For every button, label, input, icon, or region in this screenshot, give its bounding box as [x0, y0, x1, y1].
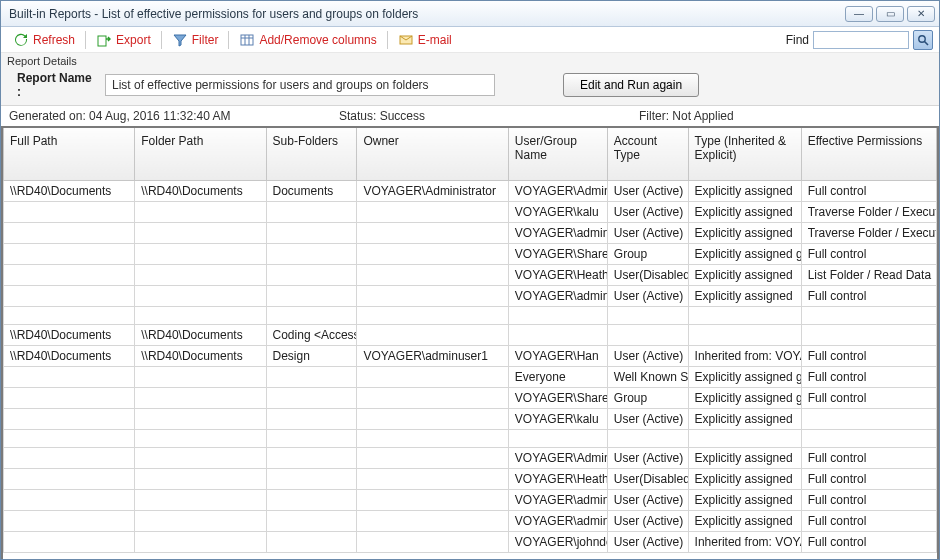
table-cell: [688, 307, 801, 325]
columns-label: Add/Remove columns: [259, 33, 376, 47]
table-cell: [135, 409, 266, 430]
table-row[interactable]: VOYAGER\johndoeUser (Active)Inherited fr…: [4, 532, 937, 553]
export-label: Export: [116, 33, 151, 47]
edit-run-button[interactable]: Edit and Run again: [563, 73, 699, 97]
table-cell: [135, 367, 266, 388]
table-cell: [266, 469, 357, 490]
report-details-header: Report Details: [7, 55, 933, 67]
table-row[interactable]: VOYAGER\adminusUser (Active)Explicitly a…: [4, 511, 937, 532]
table-cell: [266, 511, 357, 532]
table-cell: [688, 325, 801, 346]
table-cell: User (Active): [607, 181, 688, 202]
table-row[interactable]: VOYAGER\kaluUser (Active)Explicitly assi…: [4, 409, 937, 430]
filter-label: Filter: [192, 33, 219, 47]
table-cell: [357, 223, 508, 244]
table-cell: Group: [607, 388, 688, 409]
table-cell: User (Active): [607, 511, 688, 532]
table-cell: [357, 430, 508, 448]
table-row[interactable]: \\RD40\Documents\\RD40\DocumentsCoding <…: [4, 325, 937, 346]
column-header[interactable]: Folder Path: [135, 128, 266, 181]
table-cell: \\RD40\Documents: [135, 181, 266, 202]
table-row[interactable]: VOYAGER\adminusUser (Active)Explicitly a…: [4, 286, 937, 307]
filter-button[interactable]: Filter: [166, 30, 225, 50]
table-cell: Inherited from: VOYAGER\: [688, 346, 801, 367]
columns-button[interactable]: Add/Remove columns: [233, 30, 382, 50]
report-name-field[interactable]: List of effective permissions for users …: [105, 74, 495, 96]
table-row[interactable]: VOYAGER\kaluUser (Active)Explicitly assi…: [4, 202, 937, 223]
table-row[interactable]: \\RD40\Documents\\RD40\DocumentsDesignVO…: [4, 346, 937, 367]
export-button[interactable]: Export: [90, 30, 157, 50]
table-row[interactable]: \\RD40\Documents\\RD40\DocumentsDocument…: [4, 181, 937, 202]
email-icon: [398, 32, 414, 48]
separator: [161, 31, 162, 49]
column-header[interactable]: Sub-Folders: [266, 128, 357, 181]
table-row[interactable]: [4, 307, 937, 325]
table-cell: Explicitly assigned: [688, 469, 801, 490]
table-cell: Explicitly assigned group: [688, 367, 801, 388]
column-header[interactable]: Owner: [357, 128, 508, 181]
table-cell: VOYAGER\adminus: [508, 286, 607, 307]
table-cell: [4, 244, 135, 265]
table-cell: [357, 244, 508, 265]
title-bar: Built-in Reports - List of effective per…: [1, 1, 939, 27]
table-row[interactable]: VOYAGER\SharePoGroupExplicitly assigned …: [4, 388, 937, 409]
table-cell: [266, 388, 357, 409]
table-row[interactable]: VOYAGER\HeathUser(Disabled)Explicitly as…: [4, 469, 937, 490]
table-row[interactable]: VOYAGER\SharePoGroupExplicitly assigned …: [4, 244, 937, 265]
table-cell: Explicitly assigned: [688, 202, 801, 223]
table-row[interactable]: VOYAGER\HeathUser(Disabled)Explicitly as…: [4, 265, 937, 286]
table-cell: [607, 430, 688, 448]
table-cell: [266, 409, 357, 430]
find-go-button[interactable]: [913, 30, 933, 50]
table-cell: \\RD40\Documents: [4, 325, 135, 346]
table-cell: Traverse Folder / Execute File: [801, 202, 936, 223]
table-cell: VOYAGER\kalu: [508, 202, 607, 223]
column-header[interactable]: Type (Inherited & Explicit): [688, 128, 801, 181]
table-cell: [135, 532, 266, 553]
grid-scroll-area[interactable]: Full PathFolder PathSub-FoldersOwnerUser…: [1, 128, 939, 560]
email-button[interactable]: E-mail: [392, 30, 458, 50]
find-label: Find: [786, 33, 809, 47]
export-icon: [96, 32, 112, 48]
report-details: Report Details Report Name : List of eff…: [1, 53, 939, 106]
table-row[interactable]: VOYAGER\AdministUser (Active)Explicitly …: [4, 448, 937, 469]
refresh-label: Refresh: [33, 33, 75, 47]
table-cell: [266, 532, 357, 553]
table-row[interactable]: [4, 430, 937, 448]
table-cell: Explicitly assigned: [688, 490, 801, 511]
generated-on: Generated on: 04 Aug, 2016 11:32:40 AM: [9, 109, 339, 123]
table-row[interactable]: EveryoneWell Known SidExplicitly assigne…: [4, 367, 937, 388]
table-cell: Explicitly assigned: [688, 181, 801, 202]
refresh-button[interactable]: Refresh: [7, 30, 81, 50]
column-header[interactable]: Full Path: [4, 128, 135, 181]
maximize-button[interactable]: ▭: [876, 6, 904, 22]
table-cell: [135, 430, 266, 448]
table-cell: [4, 511, 135, 532]
table-cell: [266, 307, 357, 325]
table-cell: [135, 244, 266, 265]
svg-rect-1: [241, 35, 253, 45]
window-title: Built-in Reports - List of effective per…: [9, 7, 845, 21]
minimize-button[interactable]: —: [845, 6, 873, 22]
table-cell: Everyone: [508, 367, 607, 388]
close-button[interactable]: ✕: [907, 6, 935, 22]
table-cell: VOYAGER\adminus: [508, 223, 607, 244]
table-cell: Explicitly assigned: [688, 409, 801, 430]
column-header[interactable]: Effective Permissions: [801, 128, 936, 181]
refresh-icon: [13, 32, 29, 48]
table-cell: [135, 448, 266, 469]
table-cell: User (Active): [607, 223, 688, 244]
column-header[interactable]: Account Type: [607, 128, 688, 181]
table-cell: [266, 367, 357, 388]
table-cell: User (Active): [607, 346, 688, 367]
column-header[interactable]: User/Group Name: [508, 128, 607, 181]
table-cell: \\RD40\Documents: [4, 181, 135, 202]
table-row[interactable]: VOYAGER\adminusUser (Active)Explicitly a…: [4, 490, 937, 511]
search-icon: [917, 34, 929, 46]
table-cell: Coding <Access: [266, 325, 357, 346]
table-row[interactable]: VOYAGER\adminusUser (Active)Explicitly a…: [4, 223, 937, 244]
table-cell: [357, 388, 508, 409]
find-input[interactable]: [813, 31, 909, 49]
table-cell: [4, 430, 135, 448]
table-cell: VOYAGER\Administrator: [357, 181, 508, 202]
